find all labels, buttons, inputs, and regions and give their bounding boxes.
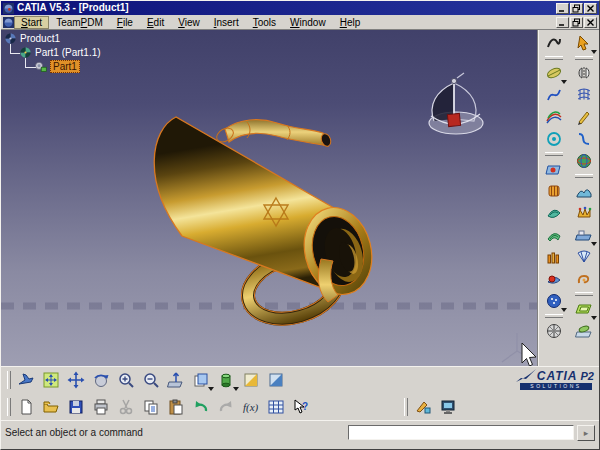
styling-curve-icon[interactable]	[543, 32, 565, 54]
paste-icon[interactable]	[165, 396, 187, 418]
standard-toolbar: f(x)?	[1, 393, 599, 420]
menu-bar: StartTeamPDMFileEditViewInsertToolsWindo…	[1, 15, 599, 30]
menu-file[interactable]: File	[110, 16, 140, 29]
toolbar-separator	[545, 56, 563, 60]
menu-window[interactable]: Window	[283, 16, 333, 29]
pan-icon[interactable]	[65, 369, 87, 391]
fly-mode-icon[interactable]	[15, 369, 37, 391]
tree-item-label: Part1 (Part1.1)	[35, 47, 101, 58]
extrude-surface-icon[interactable]	[543, 180, 565, 202]
revolve-surface-icon[interactable]	[543, 202, 565, 224]
logo-swoosh-icon	[515, 369, 537, 383]
work-plane-icon[interactable]	[573, 298, 595, 320]
render-tools-icon[interactable]	[412, 396, 434, 418]
wireframe-icon[interactable]	[265, 369, 287, 391]
shading-icon[interactable]	[240, 369, 262, 391]
close-button[interactable]	[584, 3, 597, 14]
zoom-out-icon[interactable]	[140, 369, 162, 391]
surface-analysis-icon[interactable]	[573, 180, 595, 202]
right-toolbar	[538, 30, 599, 366]
menu-insert[interactable]: Insert	[207, 16, 246, 29]
tree-item-part1[interactable]: Part1	[34, 60, 80, 73]
view-mode-icon[interactable]	[215, 369, 237, 391]
tree-connector-line	[10, 53, 20, 54]
tree-item-label: Part1	[50, 60, 80, 73]
title-bar: CATIA V5.3 - [Product1]	[1, 1, 599, 15]
control-vertices-icon[interactable]	[573, 202, 595, 224]
knowledge-fx-icon[interactable]: f(x)	[240, 396, 262, 418]
planar-patch-icon[interactable]	[543, 158, 565, 180]
redo-icon[interactable]	[215, 396, 237, 418]
styling-extrusion-icon[interactable]	[543, 246, 565, 268]
freeform-sphere-icon[interactable]	[543, 290, 565, 312]
offset-surface-icon[interactable]	[543, 224, 565, 246]
menu-help[interactable]: Help	[333, 16, 368, 29]
command-go-button[interactable]: ▸	[577, 425, 595, 441]
porcupine-analysis-icon[interactable]	[573, 268, 595, 290]
zoom-in-icon[interactable]	[115, 369, 137, 391]
tree-item-part1-part1-1-[interactable]: Part1 (Part1.1)	[19, 46, 101, 59]
toolbar-separator	[575, 56, 593, 60]
svg-text:?: ?	[302, 401, 308, 412]
view-toolbar: CATIA P2 SOLUTIONS	[1, 366, 599, 393]
insert-surface-icon[interactable]	[573, 320, 595, 342]
toolbar-separator	[545, 152, 563, 156]
catia-p2-logo: CATIA P2 SOLUTIONS	[498, 369, 594, 390]
tree-item-label: Product1	[20, 33, 60, 44]
command-input[interactable]	[348, 425, 574, 440]
circle-tool-icon[interactable]	[543, 128, 565, 150]
toolbar-separator	[575, 174, 593, 178]
menu-tools[interactable]: Tools	[246, 16, 283, 29]
restore-button[interactable]	[570, 3, 583, 14]
save-icon[interactable]	[65, 396, 87, 418]
menu-teampdm[interactable]: TeamPDM	[49, 16, 110, 29]
control-points-icon[interactable]	[543, 320, 565, 342]
3d-viewport[interactable]: Product1Part1 (Part1.1)Part1	[1, 30, 538, 366]
spline-icon[interactable]	[543, 84, 565, 106]
cut-icon[interactable]	[115, 396, 137, 418]
symmetry-icon[interactable]	[573, 62, 595, 84]
datum-plane-icon[interactable]	[573, 224, 595, 246]
globe-analysis-icon[interactable]	[573, 150, 595, 172]
app-icon	[3, 3, 14, 14]
logo-edition: P2	[581, 370, 594, 382]
document-icon[interactable]	[3, 17, 14, 28]
toolbar-separator	[575, 292, 593, 296]
mdi-close-button[interactable]	[584, 17, 597, 28]
curvature-fan-icon[interactable]	[573, 246, 595, 268]
quick-view-icon[interactable]	[190, 369, 212, 391]
open-icon[interactable]	[40, 396, 62, 418]
window-title: CATIA V5.3 - [Product1]	[17, 1, 555, 15]
compass[interactable]	[429, 73, 483, 134]
logo-brand: CATIA	[537, 369, 578, 383]
select-arrow-icon[interactable]	[573, 32, 595, 54]
desktop-icon[interactable]	[437, 396, 459, 418]
logo-tagline: SOLUTIONS	[520, 383, 592, 390]
rotate-icon[interactable]	[90, 369, 112, 391]
menu-view[interactable]: View	[171, 16, 207, 29]
design-table-icon[interactable]	[265, 396, 287, 418]
fill-surface-icon[interactable]	[543, 268, 565, 290]
minimize-button[interactable]	[556, 3, 569, 14]
undo-icon[interactable]	[190, 396, 212, 418]
curves-set-icon[interactable]	[543, 106, 565, 128]
copy-icon[interactable]	[140, 396, 162, 418]
tree-connector-line	[25, 67, 36, 68]
surface-leaf-icon[interactable]	[543, 62, 565, 84]
print-icon[interactable]	[90, 396, 112, 418]
new-document-icon[interactable]	[15, 396, 37, 418]
status-message: Select an object or a command	[5, 427, 348, 438]
menu-start[interactable]: Start	[14, 16, 49, 29]
svg-text:f(x): f(x)	[243, 401, 259, 414]
connect-curve-icon[interactable]	[573, 128, 595, 150]
fit-all-in-icon[interactable]	[40, 369, 62, 391]
tree-item-product1[interactable]: Product1	[4, 32, 60, 45]
whats-this-icon[interactable]: ?	[290, 396, 312, 418]
mdi-restore-button[interactable]	[570, 17, 583, 28]
menu-edit[interactable]: Edit	[140, 16, 171, 29]
net-surface-icon[interactable]	[573, 84, 595, 106]
catia-window: CATIA V5.3 - [Product1] StartTeamPDMFile…	[0, 0, 600, 450]
mdi-minimize-button[interactable]	[556, 17, 569, 28]
normal-view-icon[interactable]	[165, 369, 187, 391]
sketch-tracer-icon[interactable]	[573, 106, 595, 128]
